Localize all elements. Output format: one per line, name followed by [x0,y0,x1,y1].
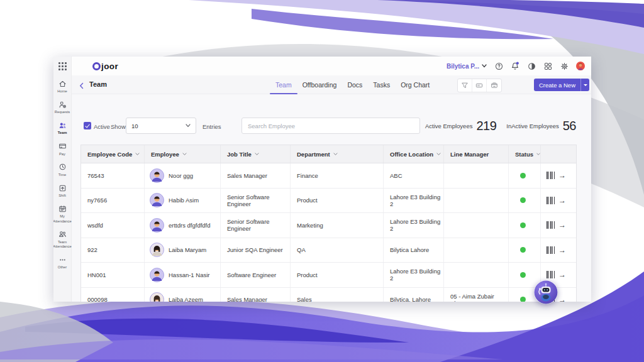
account-name: Bilytica P... [447,63,479,70]
create-a-new-label: Create a New [534,82,580,89]
cell-employee-code: wsdfd [81,213,145,238]
cell-employee: Noor ggg [145,163,221,188]
sidebar-item-time[interactable]: Time [53,163,72,177]
sort-chevron-icon [135,153,140,156]
logo-o-icon [92,62,101,70]
column-header-status[interactable]: Status [509,145,541,163]
column-header-office-location[interactable]: Office Location [384,145,444,163]
create-dropdown-caret[interactable] [580,79,589,91]
tab-docs[interactable]: Docs [347,81,362,89]
column-header-department[interactable]: Department [291,145,384,163]
cell-actions[interactable]: → [541,163,577,188]
cell-line-manager [444,189,509,213]
page-toolbar: Team TeamOffboardingDocsTasksOrg Chart C… [72,75,591,94]
tab-offboarding[interactable]: Offboarding [303,81,337,89]
show-label: Show [111,123,126,130]
app-topbar: joor Bilytica P... [72,57,591,75]
settings-gear-icon[interactable] [560,62,569,70]
cell-status [509,213,541,238]
tab-org-chart[interactable]: Org Chart [401,81,430,89]
help-icon[interactable] [494,62,503,70]
cell-actions[interactable]: → [541,189,577,213]
open-row-arrow-icon[interactable]: → [558,246,566,255]
page-size-select[interactable]: 10 [126,118,196,134]
other-icon [58,255,67,264]
barcode-icon [547,172,555,179]
cell-office-location: Bilytica Lahore [384,238,444,263]
id-badge-icon[interactable] [487,79,501,92]
sort-chevron-icon [333,153,338,156]
home-icon [58,79,67,88]
sidebar-item-pay[interactable]: Pay [53,142,72,156]
search-employee-input[interactable] [242,118,420,134]
cell-actions[interactable]: → [541,213,577,238]
team-attendance-icon [58,230,67,239]
active-checkbox-label: Active [94,123,110,130]
column-header-job-title[interactable]: Job Title [221,145,291,163]
cell-employee-code: 76543 [81,163,145,188]
employee-name: Laiba Azeem [169,296,203,302]
sidebar-item-home[interactable]: Home [53,79,72,94]
status-active-dot [520,222,526,228]
employee-avatar [150,193,164,207]
employee-avatar [150,218,164,233]
sidebar-item-label: Time [58,173,67,177]
open-row-arrow-icon[interactable]: → [558,221,566,229]
open-row-arrow-icon[interactable]: → [558,270,566,279]
cell-employee: Laiba Maryam [145,238,221,263]
active-checkbox[interactable] [84,122,91,129]
app-launcher-waffle-icon[interactable] [58,62,67,70]
sidebar-item-label: Team [58,131,67,135]
cell-status [509,163,541,188]
sidebar-item-label: Pay [59,152,65,156]
back-chevron-icon[interactable] [79,80,84,92]
tag-icon[interactable] [472,79,487,92]
chatbot-button[interactable] [534,280,558,304]
tab-team[interactable]: Team [275,81,292,89]
page-title: Team [89,80,107,88]
status-active-dot [520,297,526,302]
sidebar-item-label: Other [58,265,67,270]
cell-department: Product [291,263,384,287]
open-row-arrow-icon[interactable]: → [558,196,566,205]
employee-avatar [150,168,164,183]
employee-name: Noor ggg [169,172,193,179]
cell-actions[interactable]: → [541,238,577,263]
filter-row: Active Show 10 Entries Active Employees … [72,117,591,134]
create-a-new-button[interactable]: Create a New [534,79,589,91]
employee-name: Habib Asim [169,197,199,204]
sidebar-item-shift[interactable]: Shift [53,184,72,198]
cell-office-location: Lahore E3 Building 2 [384,213,444,238]
entries-label: Entries [203,123,221,130]
user-avatar[interactable] [576,62,585,70]
sidebar-item-requests[interactable]: Requests [53,100,72,114]
sidebar-item-label: Team Attendance [53,240,72,249]
time-icon [58,163,67,172]
column-header-employee-code[interactable]: Employee Code [81,145,145,163]
tab-tasks[interactable]: Tasks [373,81,390,89]
cell-line-manager [444,163,509,188]
sidebar-item-team-attendance[interactable]: Team Attendance [53,230,72,249]
app-window: HomeRequestsTeamPayTimeShiftMy Attendanc… [53,57,591,302]
open-row-arrow-icon[interactable]: → [558,171,566,180]
barcode-icon [547,271,555,278]
contrast-theme-icon[interactable] [527,62,536,70]
open-row-arrow-icon[interactable]: → [558,295,566,302]
sidebar-item-team[interactable]: Team [53,121,72,135]
column-label: Job Title [227,151,252,158]
sidebar-item-other[interactable]: Other [53,255,72,270]
cell-job-title: Sales Manager [221,288,291,302]
apps-grid-icon[interactable] [543,62,552,70]
caret-down-icon [584,84,587,86]
column-header-employee[interactable]: Employee [145,145,221,163]
ojoor-logo: joor [92,62,118,71]
cell-employee-code: ny7656 [81,189,145,213]
cell-office-location: ABC [384,163,444,188]
notifications-icon[interactable] [511,62,519,70]
employee-name: Hassan-1 Nasir [169,272,209,278]
cell-job-title: Junior SQA Engineer [221,238,291,263]
sidebar-item-my-attendance[interactable]: My Attendance [53,204,72,223]
employee-avatar [150,243,164,257]
filter-icon[interactable] [458,79,472,92]
account-switcher[interactable]: Bilytica P... [447,63,487,70]
